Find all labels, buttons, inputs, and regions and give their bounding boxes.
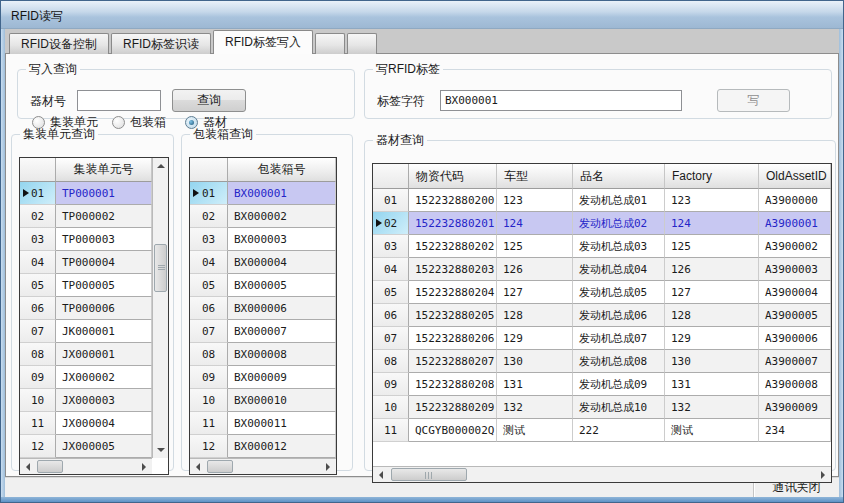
row-header[interactable]: 07 — [373, 327, 409, 350]
tag-chars-input[interactable] — [440, 90, 682, 111]
row-header[interactable]: 07 — [20, 320, 56, 343]
table-cell[interactable]: A3900009 — [759, 396, 831, 419]
table-cell[interactable]: BX000001 — [228, 182, 336, 205]
column-header[interactable]: OldAssetID — [759, 164, 831, 189]
box-table-row[interactable]: 02BX000002 — [190, 205, 336, 228]
row-header[interactable]: 03 — [20, 228, 56, 251]
row-header[interactable]: 08 — [20, 343, 56, 366]
box-table-row[interactable]: 03BX000003 — [190, 228, 336, 251]
equipment-table-row[interactable]: 04152232880203126发动机总成04126A3900003 — [373, 258, 831, 281]
unit-table-vscrollbar[interactable] — [152, 158, 168, 458]
table-cell[interactable]: 128 — [497, 304, 573, 327]
equipment-table-row[interactable]: 02152232880201124发动机总成02124A3900001 — [373, 212, 831, 235]
hscroll-thumb[interactable] — [37, 460, 63, 473]
table-cell[interactable]: 发动机总成02 — [573, 212, 665, 235]
table-cell[interactable]: 发动机总成04 — [573, 258, 665, 281]
table-cell[interactable]: A3900008 — [759, 373, 831, 396]
tab-blank-1[interactable] — [315, 33, 345, 54]
unit-table-row[interactable]: 03TP000003 — [20, 228, 152, 251]
unit-table-row[interactable]: 06TP000006 — [20, 297, 152, 320]
box-no-column-header[interactable]: 包装箱号 — [228, 158, 336, 182]
row-header[interactable]: 08 — [190, 343, 228, 366]
table-cell[interactable]: 152232880203 — [409, 258, 497, 281]
unit-table-row[interactable]: 09JX000002 — [20, 366, 152, 389]
table-cell[interactable]: 222 — [573, 419, 665, 442]
table-cell[interactable]: 127 — [497, 281, 573, 304]
row-header[interactable]: 02 — [190, 205, 228, 228]
table-cell[interactable]: 123 — [665, 189, 759, 212]
table-cell[interactable]: A3900004 — [759, 281, 831, 304]
tab-rfid-device-control[interactable]: RFID设备控制 — [9, 33, 109, 54]
hscroll-thumb[interactable] — [391, 468, 467, 481]
equipment-table-row[interactable]: 03152232880202125发动机总成03125A3900002 — [373, 235, 831, 258]
table-cell[interactable]: 129 — [665, 327, 759, 350]
equipment-table-row[interactable]: 09152232880208131发动机总成09131A3900008 — [373, 373, 831, 396]
box-table-row[interactable]: 09BX000009 — [190, 366, 336, 389]
table-cell[interactable]: 发动机总成03 — [573, 235, 665, 258]
table-cell[interactable]: 测试 — [665, 419, 759, 442]
row-header[interactable]: 01 — [20, 182, 56, 205]
column-header[interactable]: Factory — [665, 164, 759, 189]
table-cell[interactable]: TP000003 — [56, 228, 152, 251]
table-cell[interactable]: 130 — [665, 350, 759, 373]
table-cell[interactable]: JX000004 — [56, 412, 152, 435]
unit-table-hscrollbar[interactable] — [20, 458, 152, 474]
table-cell[interactable]: QCGYB000002Q — [409, 419, 497, 442]
row-header[interactable]: 09 — [373, 373, 409, 396]
table-cell[interactable]: 130 — [497, 350, 573, 373]
box-table-row[interactable]: 04BX000004 — [190, 251, 336, 274]
row-header[interactable]: 02 — [20, 205, 56, 228]
table-cell[interactable]: 发动机总成07 — [573, 327, 665, 350]
table-cell[interactable]: 123 — [497, 189, 573, 212]
table-cell[interactable]: JK000001 — [56, 320, 152, 343]
row-header[interactable]: 12 — [20, 435, 56, 458]
table-cell[interactable]: 发动机总成01 — [573, 189, 665, 212]
table-cell[interactable]: 126 — [497, 258, 573, 281]
table-cell[interactable]: 132 — [497, 396, 573, 419]
row-header[interactable]: 10 — [190, 389, 228, 412]
table-cell[interactable]: 127 — [665, 281, 759, 304]
equipment-table-row[interactable]: 07152232880206129发动机总成07129A3900006 — [373, 327, 831, 350]
table-cell[interactable]: 131 — [665, 373, 759, 396]
table-cell[interactable]: A3900001 — [759, 212, 831, 235]
table-cell[interactable]: BX000010 — [228, 389, 336, 412]
table-cell[interactable]: 152232880206 — [409, 327, 497, 350]
scroll-left-icon[interactable] — [20, 459, 36, 475]
table-cell[interactable]: 125 — [665, 235, 759, 258]
tab-rfid-tag-read[interactable]: RFID标签识读 — [111, 33, 211, 54]
table-cell[interactable]: 发动机总成08 — [573, 350, 665, 373]
unit-table-row[interactable]: 02TP000002 — [20, 205, 152, 228]
titlebar[interactable]: RFID读写 — [1, 1, 843, 29]
table-cell[interactable]: JX000002 — [56, 366, 152, 389]
unit-table-row[interactable]: 10JX000003 — [20, 389, 152, 412]
tab-rfid-tag-write[interactable]: RFID标签写入 — [213, 30, 313, 54]
box-table-row[interactable]: 10BX000010 — [190, 389, 336, 412]
box-table-row[interactable]: 01BX000001 — [190, 182, 336, 205]
table-cell[interactable]: TP000005 — [56, 274, 152, 297]
row-header[interactable]: 04 — [190, 251, 228, 274]
table-cell[interactable]: 152232880200 — [409, 189, 497, 212]
row-header[interactable]: 08 — [373, 350, 409, 373]
equipment-table-row[interactable]: 05152232880204127发动机总成05127A3900004 — [373, 281, 831, 304]
equipment-table-row[interactable]: 08152232880207130发动机总成08130A3900007 — [373, 350, 831, 373]
table-cell[interactable]: 发动机总成09 — [573, 373, 665, 396]
table-cell[interactable]: 128 — [665, 304, 759, 327]
row-header[interactable]: 04 — [373, 258, 409, 281]
row-header[interactable]: 12 — [190, 435, 228, 458]
table-cell[interactable]: 152232880204 — [409, 281, 497, 304]
unit-table-row[interactable]: 04TP000004 — [20, 251, 152, 274]
row-header[interactable]: 05 — [373, 281, 409, 304]
row-header[interactable]: 11 — [20, 412, 56, 435]
scroll-left-icon[interactable] — [190, 459, 206, 475]
unit-no-column-header[interactable]: 集装单元号 — [56, 158, 152, 182]
row-header[interactable]: 10 — [373, 396, 409, 419]
table-cell[interactable]: 152232880208 — [409, 373, 497, 396]
unit-table-row[interactable]: 08JX000001 — [20, 343, 152, 366]
table-cell[interactable]: A3900000 — [759, 189, 831, 212]
equipment-table-row[interactable]: 11QCGYB000002Q测试222测试234 — [373, 419, 831, 442]
row-header[interactable]: 07 — [190, 320, 228, 343]
table-cell[interactable]: A3900006 — [759, 327, 831, 350]
box-table-row[interactable]: 12BX000012 — [190, 435, 336, 458]
equipment-table-row[interactable]: 06152232880205128发动机总成06128A3900005 — [373, 304, 831, 327]
unit-table-row[interactable]: 11JX000004 — [20, 412, 152, 435]
